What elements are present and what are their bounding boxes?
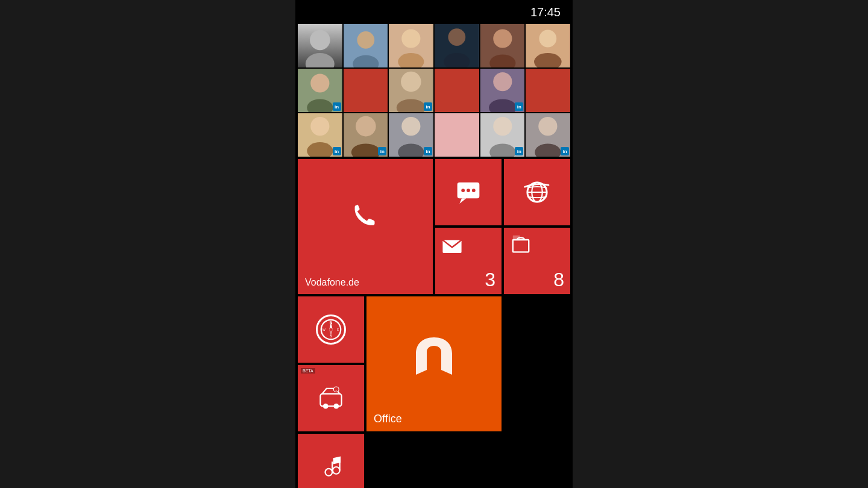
svg-text:W: W [322, 328, 326, 331]
person-cell[interactable]: in [389, 69, 433, 112]
linkedin-badge: in [515, 102, 523, 111]
messaging-tile[interactable] [435, 159, 502, 225]
svg-point-15 [539, 30, 557, 48]
music-tile[interactable] [298, 434, 364, 488]
svg-point-0 [310, 30, 330, 51]
svg-point-36 [493, 117, 512, 136]
svg-point-65 [333, 467, 340, 474]
svg-point-44 [472, 189, 476, 192]
svg-point-3 [357, 31, 374, 49]
person-cell[interactable] [344, 24, 388, 67]
person-cell[interactable] [389, 24, 433, 67]
linkedin-badge: in [378, 147, 386, 155]
svg-point-64 [325, 469, 332, 476]
person-cell[interactable] [435, 24, 479, 67]
beta-badge: BETA [301, 368, 315, 374]
ie-tile[interactable] [504, 159, 570, 225]
svg-point-9 [448, 28, 465, 46]
person-cell[interactable]: in [526, 113, 570, 157]
store-tile[interactable]: 8 [504, 228, 570, 294]
right-column: 3 8 [435, 159, 570, 294]
person-cell[interactable]: in [298, 69, 342, 112]
phone-screen: 17:45 [295, 0, 573, 488]
email-icon [441, 235, 463, 257]
svg-point-60 [323, 404, 329, 409]
bottom-right-tiles: 3 8 [435, 228, 570, 294]
music-icon [318, 454, 344, 480]
linkedin-badge: in [515, 147, 523, 155]
person-cell[interactable] [526, 24, 570, 67]
linkedin-badge: in [333, 102, 341, 111]
linkedin-badge: in [424, 147, 432, 155]
office-tile[interactable]: Office [366, 296, 502, 431]
tile-row-1: Vodafone.de [298, 159, 570, 294]
svg-marker-45 [459, 198, 466, 204]
person-cell[interactable] [298, 24, 342, 67]
svg-point-12 [493, 29, 512, 48]
svg-point-39 [539, 117, 558, 136]
person-cell-red[interactable] [526, 69, 570, 112]
store-badge: 8 [553, 269, 564, 291]
tile-row-3 [298, 434, 570, 488]
person-cell[interactable]: in [480, 69, 525, 112]
drive-tile[interactable]: + BETA [298, 365, 364, 431]
store-icon [510, 233, 532, 254]
music-tiles [298, 434, 364, 488]
svg-point-30 [356, 116, 376, 137]
person-cell[interactable]: in [344, 113, 388, 157]
compass-tile[interactable]: N S W E [298, 296, 364, 363]
spacer [366, 434, 369, 488]
status-bar: 17:45 [295, 0, 573, 24]
messaging-icon [455, 179, 482, 205]
person-cell-red[interactable] [435, 69, 479, 112]
person-cell[interactable]: in [298, 113, 342, 157]
left-small-tiles: N S W E [298, 296, 364, 431]
time-display: 17:45 [530, 5, 561, 19]
svg-point-18 [310, 74, 329, 92]
svg-text:+: + [336, 389, 337, 392]
svg-point-33 [402, 117, 421, 136]
svg-point-24 [493, 72, 512, 91]
ie-icon [524, 179, 550, 205]
person-cell-pink[interactable] [435, 113, 479, 157]
svg-point-61 [333, 404, 339, 409]
tile-row-2: N S W E [298, 296, 570, 431]
person-cell[interactable] [480, 24, 525, 67]
home-screen: in in in in in in [295, 24, 573, 488]
svg-rect-59 [320, 394, 341, 407]
phone-tile-label: Vodafone.de [305, 277, 359, 288]
svg-point-43 [467, 189, 470, 192]
people-tile[interactable]: in in in in in in [298, 24, 570, 157]
svg-rect-51 [513, 236, 520, 240]
linkedin-badge: in [424, 102, 432, 111]
person-cell-red[interactable] [344, 69, 388, 112]
linkedin-badge: in [333, 147, 341, 155]
compass-icon: N S W E [316, 314, 346, 345]
svg-point-21 [401, 72, 421, 92]
phone-tile[interactable]: Vodafone.de [298, 159, 433, 294]
office-icon [410, 333, 458, 381]
top-right-tiles [435, 159, 570, 225]
svg-rect-50 [513, 240, 529, 252]
svg-text:E: E [337, 328, 339, 331]
svg-point-1 [306, 53, 335, 67]
phone-icon [347, 199, 383, 236]
svg-point-42 [461, 189, 465, 192]
email-tile[interactable]: 3 [435, 228, 502, 294]
drive-icon: + [318, 385, 344, 411]
email-badge: 3 [485, 269, 495, 291]
office-tile-label: Office [374, 413, 402, 425]
svg-point-27 [310, 117, 329, 136]
svg-point-6 [402, 29, 421, 48]
person-cell[interactable]: in [389, 113, 433, 157]
person-cell[interactable]: in [480, 113, 525, 157]
linkedin-badge: in [561, 147, 569, 155]
